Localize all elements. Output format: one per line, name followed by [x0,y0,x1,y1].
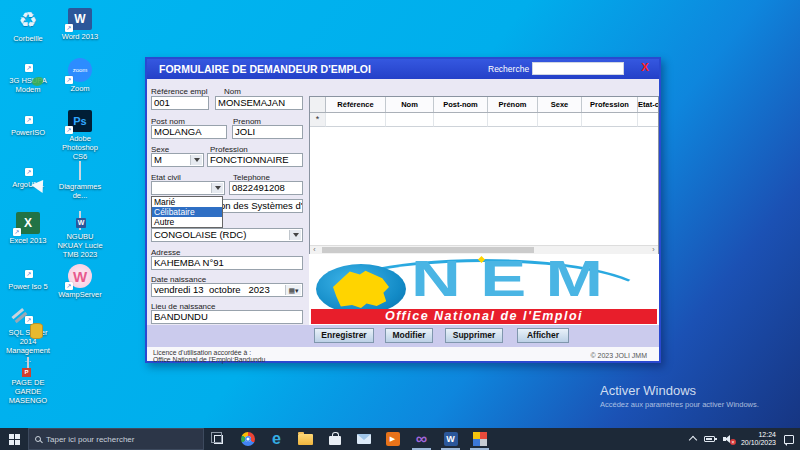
desktop-icon-word-2013[interactable]: Word 2013 [54,8,106,41]
desktop-icon-diagrammes[interactable]: Diagrammes de... [54,162,106,200]
column-header-sexe[interactable]: Sexe [538,97,582,112]
shortcut-arrow-icon [25,64,33,72]
speaker-muted-icon[interactable] [723,435,733,443]
shortcut-arrow-icon [65,24,73,32]
scroll-left-icon[interactable] [310,246,319,254]
onem-logo: NEM Office National de l'Emploi [309,254,659,326]
column-header-postnom[interactable]: Post-nom [434,97,488,112]
desktop-icon-label: Adobe Photoshop CS6 [54,134,106,161]
desktop-icon-label: PowerISO [2,128,54,137]
afficher-button[interactable]: Afficher [517,328,569,343]
tray-chevron-icon[interactable] [689,436,697,444]
datagrid-cell[interactable] [582,113,638,127]
desktop-icon-corbeille[interactable]: Corbeille [2,8,54,43]
button-strip: Enregistrer Modifier Supprimer Afficher [147,325,659,347]
activate-windows-watermark: Activer Windows Accédez aux paramètres p… [600,383,759,409]
visual-studio-icon [416,432,427,446]
datagrid-corner-cell [310,97,326,112]
demandeurs-datagrid[interactable]: Référence Nom Post-nom Prénom Sexe Profe… [309,96,659,254]
desktop-icon-power-iso-5[interactable]: Power Iso 5 [2,264,54,291]
desktop-icon-argouml[interactable]: ArgoUML [2,162,54,189]
desktop-icon-ngubu-doc[interactable]: NGUBU NKUAY Lucie TMB 2023 [54,212,106,259]
column-header-nom[interactable]: Nom [386,97,434,112]
dropdown-option-celibataire[interactable]: Célibataire [152,207,222,217]
datagrid-horizontal-scrollbar[interactable] [310,245,658,254]
datagrid-cell[interactable] [326,113,386,127]
telephone-input[interactable]: 0822491208 [229,181,303,195]
shortcut-arrow-icon [65,76,73,84]
word-icon [444,432,458,446]
taskbar-file-explorer[interactable] [291,428,320,450]
column-header-etat-civil[interactable]: Etat-c [638,97,658,112]
postnom-input[interactable]: MOLANGA [151,125,227,139]
drc-map-icon [333,270,389,308]
copyright-text: © 2023 JOLI JMM [590,352,647,359]
taskbar-word[interactable] [436,428,465,450]
notification-center-icon[interactable] [784,435,794,444]
store-bag-icon [329,436,341,445]
date-naissance-picker[interactable]: vendredi 13 octobre 2023 [151,283,303,297]
desktop-icon-photoshop[interactable]: Adobe Photoshop CS6 [54,110,106,161]
enregistrer-button[interactable]: Enregistrer [314,328,374,343]
datagrid-cell[interactable] [538,113,582,127]
column-header-reference[interactable]: Référence [326,97,386,112]
prenom-input[interactable]: JOLI [232,125,303,139]
dropdown-arrow-icon[interactable] [190,155,202,165]
recycle-bin-icon [19,8,38,31]
adresse-input[interactable]: KAHEMBA N°91 [151,256,303,270]
desktop-icon-poweriso[interactable]: PowerISO [2,110,54,137]
taskbar-films[interactable] [378,428,407,450]
shortcut-arrow-icon [25,116,33,124]
desktop-icon-wampserver[interactable]: WampServer [54,264,106,299]
datagrid-cell[interactable] [386,113,434,127]
desktop-icon-label: Zoom [54,84,106,93]
taskbar-chrome[interactable] [233,428,262,450]
desktop-icon-label: Power Iso 5 [2,282,54,291]
column-header-profession[interactable]: Profession [582,97,638,112]
etat-civil-combobox[interactable] [151,181,225,195]
datagrid-cell[interactable] [638,113,658,127]
taskbar-clock[interactable]: 12:24 20/10/2023 [741,431,776,447]
desktop-icon-sql-server[interactable]: SQL Server 2014 Management ... [2,310,54,364]
datagrid-new-row[interactable]: * [310,113,658,127]
modifier-button[interactable]: Modifier [385,328,433,343]
desktop-icon-label: Excel 2013 [2,236,54,245]
sexe-combobox[interactable]: M [151,153,204,167]
profession-input[interactable]: FONCTIONNAIRE [207,153,303,167]
lieu-naissance-input[interactable]: BANDUNDU [151,310,303,324]
search-placeholder: Taper ici pour rechercher [46,435,134,444]
taskbar-search[interactable]: Taper ici pour rechercher [28,428,204,450]
reference-input[interactable]: 001 [151,96,209,110]
window-titlebar[interactable]: FORMULAIRE DE DEMANDEUR D'EMPLOI Recherc… [147,59,659,79]
logo-globe-icon [316,264,406,314]
battery-icon[interactable] [704,436,715,442]
dropdown-arrow-icon[interactable] [289,230,301,240]
datagrid-cell[interactable] [434,113,488,127]
scroll-right-icon[interactable] [649,246,658,254]
start-button[interactable] [0,428,28,450]
desktop-icon-zoom[interactable]: Zoom [54,58,106,93]
datagrid-cell[interactable] [488,113,538,127]
desktop-icon-page-de-garde[interactable]: PAGE DE GARDE MASENGO [2,358,54,405]
dropdown-arrow-icon[interactable] [211,183,223,193]
scrollbar-thumb[interactable] [322,247,534,253]
desktop-icon-excel-2013[interactable]: Excel 2013 [2,212,54,245]
desktop-icon-label: Corbeille [2,34,54,43]
close-button[interactable]: X [641,61,649,73]
dropdown-option-marie[interactable]: Marié [152,197,222,207]
column-header-prenom[interactable]: Prénom [488,97,538,112]
dropdown-option-autre[interactable]: Autre [152,217,222,227]
calendar-icon[interactable] [285,285,301,295]
taskbar-visual-studio[interactable] [407,428,436,450]
taskbar-store[interactable] [320,428,349,450]
taskbar-edge[interactable] [262,428,291,450]
nom-input[interactable]: MONSEMAJAN [215,96,303,110]
desktop-icon-3g-modem[interactable]: 3G HSUPA Modem [2,58,54,94]
taskbar-mail[interactable] [349,428,378,450]
supprimer-button[interactable]: Supprimer [445,328,503,343]
shortcut-arrow-icon [13,228,21,236]
taskbar-app-form[interactable] [465,428,494,450]
recherche-input[interactable] [532,62,624,75]
nationalite-combobox[interactable]: CONGOLAISE (RDC) [151,228,303,242]
task-view-button[interactable] [204,428,233,450]
